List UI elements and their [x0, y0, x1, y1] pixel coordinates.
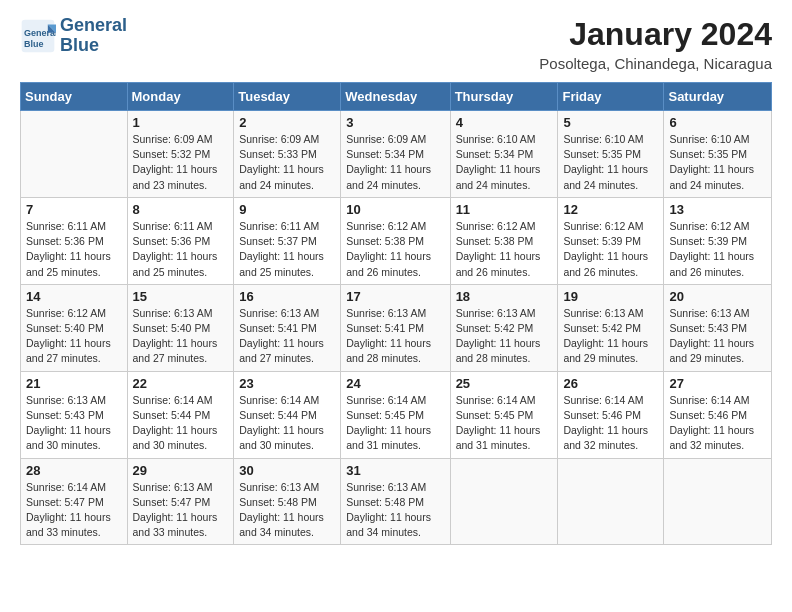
calendar-cell: 15Sunrise: 6:13 AMSunset: 5:40 PMDayligh…: [127, 284, 234, 371]
calendar-week-2: 7Sunrise: 6:11 AMSunset: 5:36 PMDaylight…: [21, 197, 772, 284]
daylight-text: Daylight: 11 hours: [346, 250, 431, 262]
sunset-text: Sunset: 5:36 PM: [26, 235, 104, 247]
daylight-text2: and 30 minutes.: [26, 439, 101, 451]
daylight-text: Daylight: 11 hours: [133, 163, 218, 175]
day-detail: Sunrise: 6:13 AMSunset: 5:42 PMDaylight:…: [456, 306, 553, 367]
daylight-text2: and 26 minutes.: [456, 266, 531, 278]
day-detail: Sunrise: 6:14 AMSunset: 5:45 PMDaylight:…: [456, 393, 553, 454]
day-number: 2: [239, 115, 335, 130]
sunset-text: Sunset: 5:42 PM: [456, 322, 534, 334]
day-detail: Sunrise: 6:12 AMSunset: 5:40 PMDaylight:…: [26, 306, 122, 367]
daylight-text: Daylight: 11 hours: [456, 424, 541, 436]
day-number: 17: [346, 289, 444, 304]
day-detail: Sunrise: 6:13 AMSunset: 5:48 PMDaylight:…: [346, 480, 444, 541]
sunset-text: Sunset: 5:38 PM: [456, 235, 534, 247]
sunrise-text: Sunrise: 6:13 AM: [133, 307, 213, 319]
sunrise-text: Sunrise: 6:11 AM: [239, 220, 319, 232]
daylight-text2: and 24 minutes.: [456, 179, 531, 191]
calendar-cell: 31Sunrise: 6:13 AMSunset: 5:48 PMDayligh…: [341, 458, 450, 545]
day-detail: Sunrise: 6:12 AMSunset: 5:38 PMDaylight:…: [456, 219, 553, 280]
daylight-text2: and 26 minutes.: [563, 266, 638, 278]
daylight-text2: and 27 minutes.: [239, 352, 314, 364]
sunrise-text: Sunrise: 6:09 AM: [133, 133, 213, 145]
sunset-text: Sunset: 5:41 PM: [239, 322, 317, 334]
calendar-cell: 5Sunrise: 6:10 AMSunset: 5:35 PMDaylight…: [558, 111, 664, 198]
sunrise-text: Sunrise: 6:10 AM: [456, 133, 536, 145]
title-block: January 2024 Posoltega, Chinandega, Nica…: [539, 16, 772, 72]
logo-icon: General Blue: [20, 18, 56, 54]
daylight-text: Daylight: 11 hours: [669, 337, 754, 349]
sunset-text: Sunset: 5:40 PM: [133, 322, 211, 334]
day-number: 9: [239, 202, 335, 217]
day-detail: Sunrise: 6:14 AMSunset: 5:44 PMDaylight:…: [133, 393, 229, 454]
daylight-text: Daylight: 11 hours: [239, 337, 324, 349]
day-detail: Sunrise: 6:13 AMSunset: 5:43 PMDaylight:…: [26, 393, 122, 454]
col-wednesday: Wednesday: [341, 83, 450, 111]
calendar-header-row: Sunday Monday Tuesday Wednesday Thursday…: [21, 83, 772, 111]
sunrise-text: Sunrise: 6:12 AM: [346, 220, 426, 232]
day-number: 27: [669, 376, 766, 391]
daylight-text: Daylight: 11 hours: [239, 511, 324, 523]
calendar-cell: 9Sunrise: 6:11 AMSunset: 5:37 PMDaylight…: [234, 197, 341, 284]
calendar-week-5: 28Sunrise: 6:14 AMSunset: 5:47 PMDayligh…: [21, 458, 772, 545]
sunset-text: Sunset: 5:42 PM: [563, 322, 641, 334]
day-number: 12: [563, 202, 658, 217]
sunset-text: Sunset: 5:34 PM: [456, 148, 534, 160]
day-number: 23: [239, 376, 335, 391]
sunrise-text: Sunrise: 6:12 AM: [26, 307, 106, 319]
day-number: 28: [26, 463, 122, 478]
calendar-cell: 23Sunrise: 6:14 AMSunset: 5:44 PMDayligh…: [234, 371, 341, 458]
sunset-text: Sunset: 5:47 PM: [133, 496, 211, 508]
daylight-text2: and 30 minutes.: [239, 439, 314, 451]
calendar-cell: 22Sunrise: 6:14 AMSunset: 5:44 PMDayligh…: [127, 371, 234, 458]
sunrise-text: Sunrise: 6:13 AM: [346, 307, 426, 319]
page: General Blue General Blue January 2024 P…: [0, 0, 792, 612]
calendar-cell: 28Sunrise: 6:14 AMSunset: 5:47 PMDayligh…: [21, 458, 128, 545]
day-detail: Sunrise: 6:12 AMSunset: 5:39 PMDaylight:…: [563, 219, 658, 280]
daylight-text2: and 25 minutes.: [26, 266, 101, 278]
col-tuesday: Tuesday: [234, 83, 341, 111]
sunset-text: Sunset: 5:41 PM: [346, 322, 424, 334]
calendar-cell: 26Sunrise: 6:14 AMSunset: 5:46 PMDayligh…: [558, 371, 664, 458]
day-number: 20: [669, 289, 766, 304]
day-number: 10: [346, 202, 444, 217]
subtitle: Posoltega, Chinandega, Nicaragua: [539, 55, 772, 72]
logo: General Blue General Blue: [20, 16, 127, 56]
daylight-text: Daylight: 11 hours: [26, 250, 111, 262]
daylight-text: Daylight: 11 hours: [346, 163, 431, 175]
calendar-cell: [21, 111, 128, 198]
daylight-text: Daylight: 11 hours: [456, 337, 541, 349]
calendar-cell: 21Sunrise: 6:13 AMSunset: 5:43 PMDayligh…: [21, 371, 128, 458]
day-detail: Sunrise: 6:09 AMSunset: 5:32 PMDaylight:…: [133, 132, 229, 193]
day-detail: Sunrise: 6:09 AMSunset: 5:33 PMDaylight:…: [239, 132, 335, 193]
calendar-cell: 13Sunrise: 6:12 AMSunset: 5:39 PMDayligh…: [664, 197, 772, 284]
daylight-text2: and 28 minutes.: [456, 352, 531, 364]
sunrise-text: Sunrise: 6:14 AM: [563, 394, 643, 406]
col-sunday: Sunday: [21, 83, 128, 111]
daylight-text2: and 26 minutes.: [669, 266, 744, 278]
day-number: 29: [133, 463, 229, 478]
sunrise-text: Sunrise: 6:10 AM: [669, 133, 749, 145]
calendar-cell: 7Sunrise: 6:11 AMSunset: 5:36 PMDaylight…: [21, 197, 128, 284]
col-saturday: Saturday: [664, 83, 772, 111]
day-detail: Sunrise: 6:09 AMSunset: 5:34 PMDaylight:…: [346, 132, 444, 193]
sunrise-text: Sunrise: 6:13 AM: [563, 307, 643, 319]
calendar-cell: 25Sunrise: 6:14 AMSunset: 5:45 PMDayligh…: [450, 371, 558, 458]
daylight-text: Daylight: 11 hours: [26, 337, 111, 349]
calendar-cell: 11Sunrise: 6:12 AMSunset: 5:38 PMDayligh…: [450, 197, 558, 284]
calendar-cell: 14Sunrise: 6:12 AMSunset: 5:40 PMDayligh…: [21, 284, 128, 371]
daylight-text2: and 32 minutes.: [563, 439, 638, 451]
sunset-text: Sunset: 5:45 PM: [456, 409, 534, 421]
sunset-text: Sunset: 5:43 PM: [26, 409, 104, 421]
day-detail: Sunrise: 6:10 AMSunset: 5:35 PMDaylight:…: [669, 132, 766, 193]
calendar-cell: 17Sunrise: 6:13 AMSunset: 5:41 PMDayligh…: [341, 284, 450, 371]
day-number: 21: [26, 376, 122, 391]
daylight-text: Daylight: 11 hours: [669, 424, 754, 436]
sunrise-text: Sunrise: 6:11 AM: [133, 220, 213, 232]
daylight-text: Daylight: 11 hours: [239, 250, 324, 262]
day-detail: Sunrise: 6:13 AMSunset: 5:48 PMDaylight:…: [239, 480, 335, 541]
daylight-text2: and 25 minutes.: [133, 266, 208, 278]
logo-line2: Blue: [60, 35, 99, 55]
sunset-text: Sunset: 5:34 PM: [346, 148, 424, 160]
day-detail: Sunrise: 6:13 AMSunset: 5:42 PMDaylight:…: [563, 306, 658, 367]
